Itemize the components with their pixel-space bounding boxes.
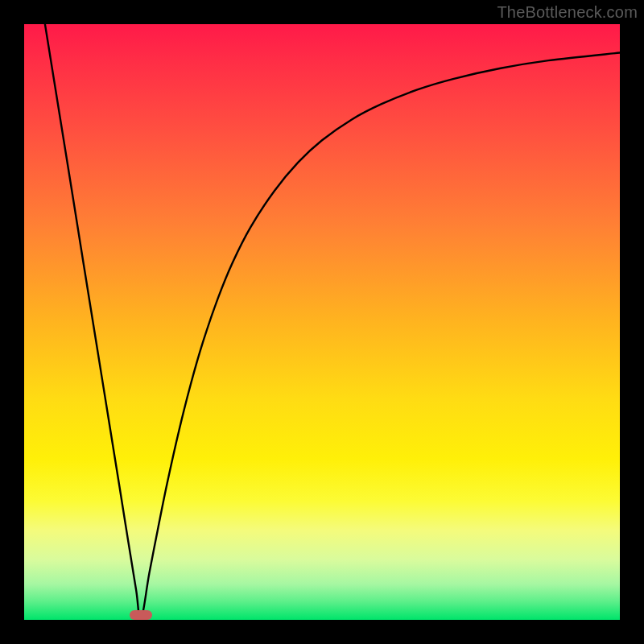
curve-path [45, 24, 620, 620]
bottleneck-curve [24, 24, 620, 620]
chart-frame [24, 24, 620, 620]
minimum-marker [130, 610, 152, 620]
watermark-text: TheBottleneck.com [497, 3, 638, 22]
